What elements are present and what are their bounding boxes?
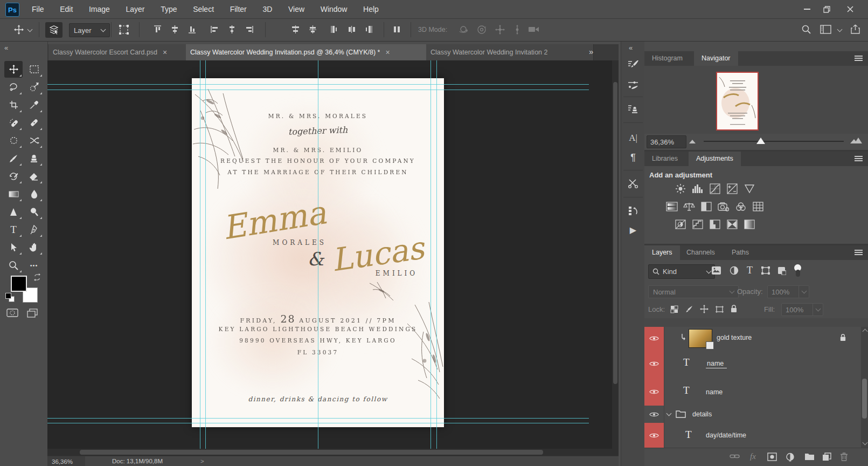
layer-visibility-toggle[interactable]: [644, 406, 664, 423]
layer-visibility-toggle[interactable]: [644, 423, 664, 448]
close-tab-icon[interactable]: ×: [385, 48, 390, 57]
layer-filter-toggle[interactable]: [794, 264, 801, 277]
brush-settings-panel-icon[interactable]: [627, 59, 639, 71]
status-zoom-field[interactable]: 36,36%: [47, 456, 85, 466]
quick-selection-tool[interactable]: [25, 79, 43, 95]
color-balance-icon[interactable]: [683, 201, 695, 212]
brush-tool[interactable]: [4, 150, 23, 167]
3d-pan-icon[interactable]: [495, 24, 505, 35]
guide-vertical[interactable]: [318, 60, 318, 449]
menu-type[interactable]: Type: [154, 0, 184, 18]
brushes-panel-icon[interactable]: [627, 79, 639, 91]
path-selection-tool[interactable]: [4, 239, 23, 256]
filter-image-layers-icon[interactable]: [711, 266, 721, 275]
layer-filter-kind-dropdown[interactable]: Kind: [648, 264, 715, 279]
3d-orbit-icon[interactable]: [458, 24, 469, 35]
marquee-tool[interactable]: [25, 61, 43, 78]
document-tab-wedding-invitation-2[interactable]: Classy Watercolor Wedding Invitation 2: [426, 44, 594, 60]
menu-view[interactable]: View: [281, 0, 311, 18]
workspace-switcher-icon[interactable]: [820, 25, 831, 34]
vibrance-icon[interactable]: [744, 183, 755, 194]
group-expand-chevron-icon[interactable]: [666, 411, 672, 416]
channel-mixer-icon[interactable]: [735, 201, 747, 212]
align-vertical-centers-icon[interactable]: [170, 25, 179, 34]
guide-horizontal[interactable]: [47, 84, 589, 85]
sharpen-tool[interactable]: [4, 203, 23, 220]
close-window-button[interactable]: [838, 2, 862, 16]
tool-preset-chevron-icon[interactable]: [27, 27, 33, 32]
scroll-down-icon[interactable]: [863, 440, 868, 446]
zoom-in-icon[interactable]: [850, 137, 862, 144]
3d-slide-icon[interactable]: [512, 24, 523, 35]
menu-layer[interactable]: Layer: [119, 0, 151, 18]
share-icon[interactable]: [850, 24, 860, 35]
pen-tool[interactable]: [25, 221, 43, 238]
align-left-edges-icon[interactable]: [210, 25, 219, 34]
tab-paths[interactable]: Paths: [724, 245, 756, 260]
eyedropper-tool[interactable]: [25, 97, 43, 113]
3d-dolly-camera-icon[interactable]: [528, 25, 540, 34]
layer-row-details-group[interactable]: details: [644, 406, 861, 423]
scroll-up-icon[interactable]: [863, 329, 868, 334]
collapse-tools-icon[interactable]: «: [4, 44, 7, 52]
layers-scrollbar[interactable]: [861, 327, 868, 448]
lock-position-icon[interactable]: [699, 305, 709, 313]
distribute-horizontal-centers-icon[interactable]: [347, 25, 356, 34]
move-tool[interactable]: [4, 61, 23, 78]
black-white-icon[interactable]: [700, 201, 712, 212]
tab-histogram[interactable]: Histogram: [644, 51, 690, 66]
zoom-slider-thumb[interactable]: [756, 138, 765, 144]
expand-panels-icon[interactable]: «: [629, 44, 633, 52]
dodge-tool[interactable]: [25, 203, 43, 220]
distribute-left-edges-icon[interactable]: [330, 25, 339, 34]
layer-row-name-1[interactable]: T name: [644, 350, 861, 378]
filter-adjustment-layers-icon[interactable]: [730, 266, 739, 275]
clone-source-panel-icon[interactable]: [627, 103, 639, 115]
swap-colors-icon[interactable]: [33, 273, 41, 281]
menu-file[interactable]: File: [25, 0, 51, 18]
tools-panel-icon[interactable]: [627, 177, 639, 189]
history-brush-tool[interactable]: [4, 168, 23, 184]
filter-shape-layers-icon[interactable]: [761, 266, 770, 275]
actions-panel-icon[interactable]: ▶: [627, 224, 639, 236]
foreground-color-swatch[interactable]: [11, 276, 27, 292]
opacity-scrubber[interactable]: [798, 285, 809, 298]
delete-layer-icon[interactable]: [840, 452, 848, 461]
align-horizontal-centers-icon[interactable]: [227, 25, 237, 34]
document-tab-wedding-invitation[interactable]: Classy Watercolor Wedding Invitation.psd…: [186, 44, 434, 60]
adjustments-panel-menu-icon[interactable]: [855, 156, 863, 157]
distribute-right-edges-icon[interactable]: [364, 25, 373, 34]
type-tool[interactable]: T: [4, 221, 23, 238]
selective-color-icon[interactable]: [744, 219, 755, 230]
guide-vertical[interactable]: [205, 60, 206, 449]
menu-edit[interactable]: Edit: [53, 0, 80, 18]
guide-vertical[interactable]: [430, 60, 431, 449]
fill-scrubber[interactable]: [813, 303, 823, 316]
status-expand-icon[interactable]: >: [200, 458, 204, 464]
layer-visibility-toggle[interactable]: [644, 378, 664, 406]
layer-row-gold-texture[interactable]: gold texture: [644, 327, 861, 350]
menu-select[interactable]: Select: [186, 0, 221, 18]
layer-row-name-2[interactable]: T name: [644, 378, 861, 406]
add-adjustment-layer-icon[interactable]: [786, 453, 795, 462]
blur-tool[interactable]: [25, 186, 43, 202]
history-panel-icon[interactable]: [627, 205, 639, 217]
navigator-panel-menu-icon[interactable]: [855, 56, 863, 57]
brightness-contrast-icon[interactable]: [675, 183, 686, 194]
invert-icon[interactable]: [675, 219, 686, 230]
tab-navigator[interactable]: Navigator: [694, 51, 738, 66]
guide-vertical[interactable]: [200, 60, 200, 449]
lock-all-icon[interactable]: [729, 304, 739, 313]
crop-tool[interactable]: [4, 97, 23, 113]
curves-icon[interactable]: [709, 183, 721, 194]
navigator-zoom-slider[interactable]: [704, 141, 844, 142]
lock-image-pixels-icon[interactable]: [684, 305, 694, 313]
lock-artboard-icon[interactable]: [714, 305, 724, 313]
new-layer-icon[interactable]: [822, 453, 831, 461]
exposure-icon[interactable]: [726, 183, 738, 194]
navigator-proxy-view[interactable]: [716, 72, 759, 131]
photo-filter-icon[interactable]: [718, 201, 730, 212]
layer-visibility-toggle[interactable]: [644, 350, 664, 378]
horizontal-scrollbar[interactable]: [47, 449, 619, 456]
default-colors-icon[interactable]: [5, 293, 11, 299]
